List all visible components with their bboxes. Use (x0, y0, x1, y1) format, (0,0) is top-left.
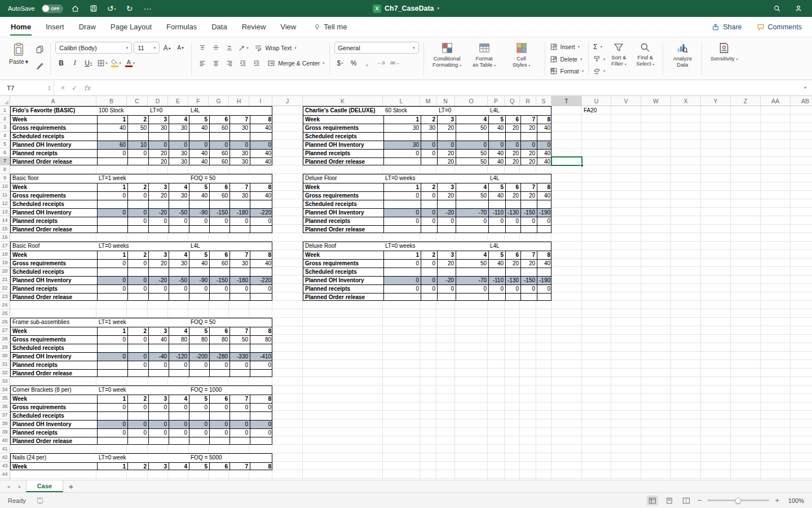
grid-cell[interactable] (169, 370, 189, 377)
row-header-25[interactable]: 25 (0, 309, 10, 318)
grid-cell[interactable]: Fido's Favorite (BASIC) (11, 107, 97, 115)
grid-cell[interactable]: 0 (97, 260, 127, 268)
grid-cell[interactable]: 7 (230, 116, 250, 124)
row-header-44[interactable]: 44 (0, 470, 10, 479)
grid-cell[interactable]: 40 (189, 124, 209, 132)
grid-cell[interactable]: LT=1 week (97, 318, 126, 326)
formula-input[interactable] (97, 80, 798, 95)
format-painter-icon[interactable] (34, 60, 46, 72)
row-header-37[interactable]: 37 (0, 411, 10, 419)
grid-cell[interactable]: 20 (520, 158, 537, 165)
grid-cell[interactable] (97, 361, 127, 369)
grid-cell[interactable]: 0 (189, 404, 209, 411)
grid-cell[interactable]: 50 (456, 192, 488, 200)
grid-cell[interactable] (488, 294, 505, 301)
grid-cell[interactable] (456, 268, 488, 276)
grid-cell[interactable]: 0 (456, 285, 488, 293)
grid-cell[interactable]: -20 (437, 277, 456, 284)
grid-cell[interactable]: 40 (97, 124, 127, 132)
grid-cell[interactable]: Planned Order release (11, 437, 97, 445)
grid-cell[interactable]: 7 (230, 463, 250, 470)
grid-cell[interactable]: Planned receipts (303, 150, 383, 157)
align-left-button[interactable] (196, 57, 208, 69)
grid-cell[interactable] (148, 344, 169, 352)
row-header-3[interactable]: 3 (0, 123, 10, 132)
grid-cell[interactable] (520, 226, 537, 233)
grid-cell[interactable]: 1 (97, 463, 127, 470)
grid-cell[interactable]: 7 (520, 251, 537, 259)
grid-cell[interactable]: 40 (537, 192, 551, 200)
grid-cell[interactable]: LT=0 weeks (383, 242, 415, 250)
grid-cell[interactable]: 30 (230, 158, 250, 165)
grid-cell[interactable] (230, 370, 250, 377)
home-icon[interactable] (70, 3, 81, 14)
grid-cell[interactable] (97, 344, 127, 352)
grid-cell[interactable] (148, 412, 169, 420)
account-icon[interactable] (793, 3, 804, 14)
grid-cell[interactable]: 60 (97, 141, 127, 149)
row-header-13[interactable]: 13 (0, 208, 10, 216)
grid-cell[interactable]: 30 (230, 260, 250, 268)
column-header-C[interactable]: C (127, 96, 148, 106)
grid-cell[interactable]: 0 (230, 217, 250, 225)
column-header-G[interactable]: G (209, 96, 229, 106)
grid-cell[interactable] (488, 226, 505, 233)
grid-cell[interactable] (169, 294, 189, 301)
title-chevron-down-icon[interactable]: ▾ (438, 6, 440, 11)
grid-cell[interactable]: 0 (127, 260, 148, 268)
grid-cell[interactable]: 8 (250, 463, 272, 470)
grid-cell[interactable] (383, 133, 421, 141)
grid-cell[interactable]: 0 (520, 217, 537, 225)
increase-font-size-button[interactable]: A▲ (161, 42, 173, 54)
grid-cell[interactable]: 0 (456, 141, 488, 149)
grid-cell[interactable]: -70 (456, 277, 488, 284)
grid-cell[interactable]: 0 (97, 421, 127, 428)
grid-cell[interactable]: -150 (520, 209, 537, 217)
grid-cell[interactable]: 0 (97, 277, 127, 284)
comma-format-button[interactable]: , (361, 57, 373, 69)
grid-cell[interactable] (537, 294, 551, 301)
grid-cell[interactable] (537, 268, 551, 276)
grid-cell[interactable]: 20 (505, 192, 520, 200)
grid-cell[interactable]: -410 (250, 353, 272, 361)
grid-cell[interactable]: 1 (383, 116, 421, 124)
grid-cell[interactable]: 0 (421, 209, 437, 217)
grid-cell[interactable] (209, 370, 230, 377)
grid-cell[interactable] (127, 294, 148, 301)
column-header-AA[interactable]: AA (761, 96, 791, 106)
grid-cell[interactable] (421, 268, 437, 276)
row-header-23[interactable]: 23 (0, 292, 10, 301)
row-header-35[interactable]: 35 (0, 394, 10, 402)
grid-cell[interactable]: Planned Order release (11, 370, 97, 377)
page-break-view-icon[interactable] (681, 496, 692, 506)
grid-cell[interactable]: 6 (209, 395, 230, 403)
grid-cell[interactable] (250, 226, 272, 233)
column-header-O[interactable]: O (455, 96, 488, 106)
document-title[interactable]: Ch7_CaseData (385, 5, 434, 12)
grid-cell[interactable]: 30 (230, 150, 250, 157)
grid-cell[interactable]: 0 (127, 429, 148, 437)
grid-cell[interactable]: -90 (189, 277, 209, 284)
grid-cell[interactable]: -20 (148, 277, 169, 284)
grid-cell[interactable]: 40 (537, 124, 551, 132)
grid-cell[interactable]: 60 Stock (383, 107, 407, 115)
row-header-22[interactable]: 22 (0, 284, 10, 292)
select-all-corner[interactable] (0, 96, 10, 106)
grid-cell[interactable]: Planned Order release (11, 158, 97, 165)
column-header-H[interactable]: H (229, 96, 249, 106)
grid-cell[interactable]: 3 (148, 183, 169, 191)
column-header-T[interactable]: T (551, 96, 582, 106)
grid-cell[interactable] (189, 344, 209, 352)
grid-cell[interactable]: 30 (383, 124, 421, 132)
grid-cell[interactable]: 30 (230, 124, 250, 132)
grid-cell[interactable] (169, 133, 189, 141)
grid-cell[interactable]: 8 (537, 116, 551, 124)
analyze-data-button[interactable]: Analyze Data (668, 40, 697, 78)
grid-cell[interactable]: 0 (383, 285, 421, 293)
grid-cell[interactable]: Week (303, 183, 383, 191)
grid-cell[interactable]: 0 (127, 150, 148, 157)
grid-cell[interactable] (189, 412, 209, 420)
row-header-11[interactable]: 11 (0, 191, 10, 199)
row-header-12[interactable]: 12 (0, 199, 10, 208)
grid-cell[interactable]: Planned OH Inventory (303, 209, 383, 217)
